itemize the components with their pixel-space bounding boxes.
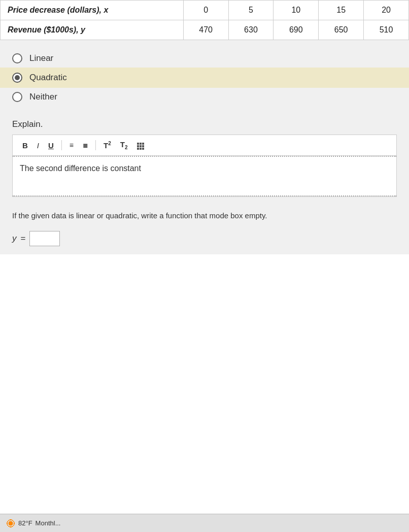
subscript-button[interactable]: T2 xyxy=(117,138,131,152)
row1-val-1: 5 xyxy=(228,1,274,20)
toolbar-separator-1 xyxy=(61,140,62,150)
ordered-list-button[interactable]: ≣ xyxy=(79,139,91,151)
y-label: y xyxy=(12,234,17,244)
function-description: If the given data is linear or quadratic… xyxy=(12,210,397,222)
bold-button[interactable]: B xyxy=(19,139,31,152)
superscript-button[interactable]: T2 xyxy=(100,139,115,152)
function-input-row: y = xyxy=(12,231,397,246)
radio-label-quadratic: Quadratic xyxy=(29,73,67,83)
radio-circle-neither xyxy=(12,92,22,102)
radio-label-neither: Neither xyxy=(29,92,57,102)
radio-option-neither[interactable]: Neither xyxy=(12,88,397,106)
explain-label: Explain. xyxy=(12,119,397,129)
superscript-label: T2 xyxy=(104,141,111,150)
grid-icon xyxy=(137,143,144,150)
function-section: If the given data is linear or quadratic… xyxy=(0,201,409,254)
editor-content[interactable]: The second difference is constant xyxy=(13,156,396,196)
subscript-label: T2 xyxy=(120,140,128,149)
row2-val-3: 650 xyxy=(319,20,364,40)
underline-button[interactable]: U xyxy=(45,139,57,152)
options-section: Linear Quadratic Neither xyxy=(0,40,409,110)
equals-sign: = xyxy=(21,234,26,244)
weather-icon xyxy=(6,519,15,528)
ordered-list-icon: ≣ xyxy=(83,142,88,149)
row1-val-3: 15 xyxy=(319,1,364,20)
radio-option-linear[interactable]: Linear xyxy=(12,49,397,68)
toolbar-separator-2 xyxy=(95,140,96,150)
row2-val-1: 630 xyxy=(228,20,274,40)
row2-val-0: 470 xyxy=(183,20,228,40)
editor-toolbar: B I U ≡ ≣ T2 T2 xyxy=(13,135,396,156)
row1-val-2: 10 xyxy=(274,1,319,20)
page-container: Price decrease (dollars), x 0 5 10 15 20… xyxy=(0,0,409,532)
status-subtitle: Monthl... xyxy=(36,519,61,527)
radio-circle-linear xyxy=(12,53,22,63)
explain-section: Explain. B I U ≡ ≣ T2 T2 xyxy=(0,110,409,201)
unordered-list-button[interactable]: ≡ xyxy=(66,139,77,151)
table-row-2: Revenue ($1000s), y 470 630 690 650 510 xyxy=(1,20,409,40)
unordered-list-icon: ≡ xyxy=(70,141,74,149)
row2-val-4: 510 xyxy=(364,20,409,40)
function-input[interactable] xyxy=(29,231,60,246)
row1-val-0: 0 xyxy=(183,1,228,20)
editor-container[interactable]: B I U ≡ ≣ T2 T2 xyxy=(12,135,397,197)
status-bar: 82°F Monthl... xyxy=(0,514,409,532)
table-row-1: Price decrease (dollars), x 0 5 10 15 20 xyxy=(1,1,409,20)
row1-label: Price decrease (dollars), x xyxy=(1,1,184,20)
radio-label-linear: Linear xyxy=(29,53,53,63)
grid-button[interactable] xyxy=(133,139,148,151)
temperature-text: 82°F xyxy=(18,519,32,527)
row2-val-2: 690 xyxy=(274,20,319,40)
radio-circle-quadratic xyxy=(12,73,22,83)
italic-button[interactable]: I xyxy=(33,139,43,152)
data-table: Price decrease (dollars), x 0 5 10 15 20… xyxy=(0,0,409,40)
radio-option-quadratic[interactable]: Quadratic xyxy=(0,68,409,88)
row2-label: Revenue ($1000s), y xyxy=(1,20,184,40)
row1-val-4: 20 xyxy=(364,1,409,20)
